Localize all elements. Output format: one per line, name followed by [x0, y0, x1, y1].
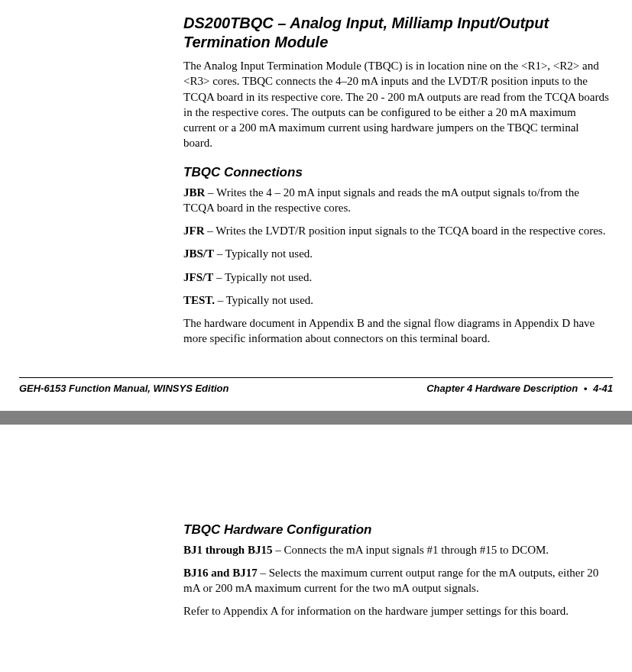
footer-right: Chapter 4 Hardware Description • 4-41 — [426, 383, 613, 394]
page-footer: GEH-6153 Function Manual, WINSYS Edition… — [19, 383, 613, 403]
connection-item: TEST. – Typically not used. — [183, 292, 609, 308]
connection-sep: – — [213, 271, 225, 283]
hwcfg-sep: – — [258, 567, 269, 579]
content-column: DS200TBQC – Analog Input, Milliamp Input… — [183, 14, 609, 347]
hwcfg-item: BJ1 through BJ15 – Connects the mA input… — [183, 542, 609, 557]
content-column: TBQC Hardware Configuration BJ1 through … — [183, 522, 609, 619]
hwcfg-heading: TBQC Hardware Configuration — [183, 522, 609, 538]
hwcfg-sep: – — [272, 544, 284, 556]
connection-term: JFS/T — [183, 271, 213, 283]
connection-desc: Typically not used. — [225, 247, 313, 260]
connection-sep: – — [214, 247, 225, 260]
connection-desc: Writes the LVDT/R position input signals… — [216, 225, 605, 237]
footer-chapter: Chapter 4 Hardware Description — [426, 383, 578, 394]
connection-item: JFS/T – Typically not used. — [183, 270, 609, 285]
page-1: DS200TBQC – Analog Input, Milliamp Input… — [0, 14, 632, 403]
footer-left: GEH-6153 Function Manual, WINSYS Edition — [19, 383, 228, 394]
connection-item: JBR – Writes the 4 – 20 mA input signals… — [183, 185, 609, 216]
connection-item: JFR – Writes the LVDT/R position input s… — [183, 223, 609, 238]
top-margin — [0, 425, 632, 509]
footer-rule — [19, 377, 613, 378]
connection-sep: – — [205, 225, 216, 237]
connection-desc: Typically not used. — [225, 271, 312, 283]
connection-term: JBS/T — [183, 247, 214, 260]
intro-paragraph: The Analog Input Termination Module (TBQ… — [183, 58, 609, 151]
page-separator — [0, 411, 632, 425]
page-2: TBQC Hardware Configuration BJ1 through … — [0, 425, 632, 619]
connection-desc: Typically not used. — [226, 294, 313, 306]
hwcfg-term: BJ1 through BJ15 — [183, 544, 272, 556]
connection-desc: Writes the 4 – 20 mA input signals and r… — [183, 186, 579, 214]
connection-item: JBS/T – Typically not used. — [183, 246, 609, 261]
footer-page-number: 4-41 — [593, 383, 613, 394]
module-title: DS200TBQC – Analog Input, Milliamp Input… — [183, 14, 609, 52]
hwcfg-item: BJ16 and BJ17 – Selects the maximum curr… — [183, 565, 609, 596]
hwcfg-outro: Refer to Appendix A for information on t… — [183, 603, 609, 619]
connection-term: JBR — [183, 186, 205, 199]
footer-bullet-icon: • — [581, 383, 591, 394]
hwcfg-desc: Connects the mA input signals #1 through… — [284, 544, 549, 556]
connection-sep: – — [205, 186, 216, 199]
connection-term: JFR — [183, 225, 205, 237]
hwcfg-term: BJ16 and BJ17 — [183, 567, 258, 579]
connection-sep: – — [215, 294, 226, 306]
connections-outro: The hardware document in Appendix B and … — [183, 315, 609, 347]
connection-term: TEST. — [183, 294, 215, 306]
connections-heading: TBQC Connections — [183, 165, 609, 180]
